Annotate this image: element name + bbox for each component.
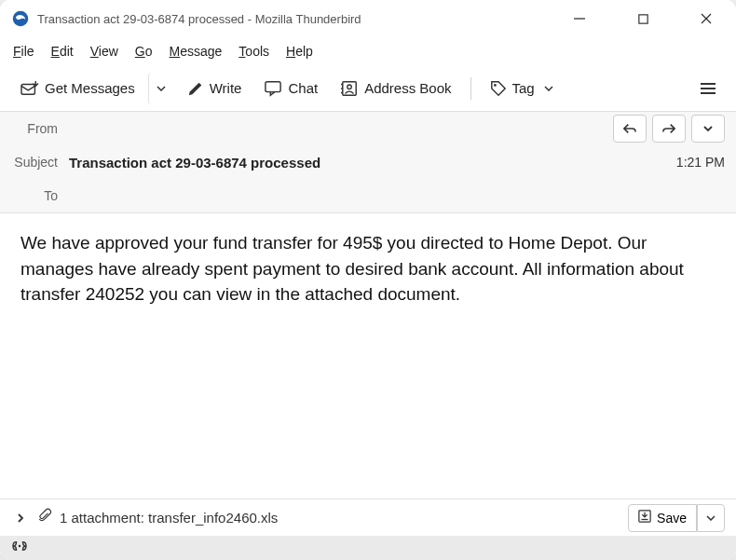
menu-tools[interactable]: Tools (239, 44, 269, 59)
attachment-count: 1 attachment: (60, 510, 144, 526)
to-label: To (11, 188, 69, 203)
menu-message[interactable]: Message (170, 44, 223, 59)
window-controls (561, 4, 725, 34)
addressbook-icon (340, 80, 359, 97)
app-menu-button[interactable] (691, 73, 725, 104)
body-text: We have approved your fund transfer for … (20, 233, 684, 304)
attachment-expand[interactable] (11, 512, 30, 524)
status-bar (0, 536, 736, 560)
get-messages-label: Get Messages (45, 80, 135, 96)
menu-edit[interactable]: Edit (51, 44, 74, 59)
chat-icon (264, 80, 282, 97)
chat-label: Chat (288, 80, 318, 96)
svg-rect-2 (638, 14, 647, 22)
subject-value: Transaction act 29-03-6874 processed (69, 155, 665, 171)
attachment-filename: transfer_info2460.xls (148, 510, 278, 526)
message-actions (613, 115, 725, 143)
addressbook-label: Address Book (364, 80, 451, 96)
more-actions-button[interactable] (691, 115, 725, 143)
svg-point-18 (19, 545, 21, 548)
menu-view[interactable]: View (90, 44, 118, 59)
minimize-button[interactable] (561, 4, 598, 34)
window-title: Transaction act 29-03-6874 processed - M… (37, 12, 561, 26)
save-dropdown[interactable] (697, 504, 725, 532)
toolbar-separator (470, 77, 471, 100)
tag-label: Tag (512, 80, 535, 96)
close-button[interactable] (688, 4, 725, 34)
write-button[interactable]: Write (178, 73, 252, 104)
get-messages-icon (20, 80, 39, 97)
svg-point-12 (494, 84, 497, 87)
svg-rect-6 (266, 81, 280, 91)
save-attachment-button[interactable]: Save (628, 504, 697, 532)
email-window: Transaction act 29-03-6874 processed - M… (0, 0, 736, 560)
svg-rect-5 (21, 84, 34, 94)
get-messages-button[interactable]: Get Messages (11, 73, 144, 104)
addressbook-button[interactable]: Address Book (331, 73, 460, 104)
write-label: Write (210, 80, 242, 96)
toolbar: Get Messages Write Chat (0, 65, 736, 112)
message-body: We have approved your fund transfer for … (0, 213, 736, 499)
paperclip-icon (37, 508, 52, 528)
chat-button[interactable]: Chat (254, 73, 327, 104)
maximize-button[interactable] (624, 4, 661, 34)
save-icon (638, 510, 651, 526)
from-label: From (11, 121, 69, 136)
save-label: Save (657, 511, 687, 526)
reply-button[interactable] (613, 115, 647, 143)
message-headers: From Subject Transaction act 29-03-6874 … (0, 112, 736, 213)
attachment-bar: 1 attachment: transfer_info2460.xls Save (0, 499, 736, 536)
menubar: File Edit View Go Message Tools Help (0, 37, 736, 65)
menu-go[interactable]: Go (135, 44, 153, 59)
attachment-text[interactable]: 1 attachment: transfer_info2460.xls (60, 510, 620, 526)
to-row: To (0, 179, 736, 212)
tag-icon (490, 80, 507, 97)
pencil-icon (187, 80, 204, 97)
subject-label: Subject (11, 155, 69, 170)
activity-icon (11, 540, 28, 556)
menu-help[interactable]: Help (286, 44, 313, 59)
from-row: From (0, 112, 736, 145)
subject-row: Subject Transaction act 29-03-6874 proce… (0, 145, 736, 179)
thunderbird-icon (11, 9, 30, 28)
menu-file[interactable]: File (13, 44, 34, 59)
message-time: 1:21 PM (665, 155, 725, 170)
titlebar: Transaction act 29-03-6874 processed - M… (0, 0, 736, 37)
get-messages-dropdown[interactable] (148, 73, 174, 104)
tag-button[interactable]: Tag (481, 73, 563, 104)
svg-point-8 (348, 84, 352, 89)
forward-button[interactable] (652, 115, 686, 143)
